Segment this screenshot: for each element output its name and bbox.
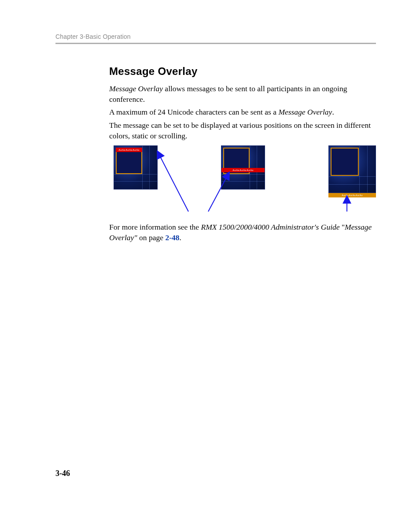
p2-b: . — [332, 108, 334, 116]
p4-italic1: RMX 1500/2000/4000 Administrator's Guide — [201, 223, 340, 231]
p1-lead: Message Overlay — [109, 84, 163, 93]
paragraph-2: A maximum of 24 Unicode characters can b… — [109, 107, 376, 118]
p4-d: . — [179, 233, 181, 242]
overlay-bar-bottom: AaAaAaAaAaAa — [328, 193, 376, 197]
p4-c: on page — [137, 233, 166, 242]
p4-a: For more information see the — [109, 223, 201, 231]
header-rule — [55, 43, 376, 44]
chapter-header: Chapter 3-Basic Operation — [55, 33, 376, 40]
overlay-thumb-middle: AaAaAaAaAaAa — [221, 145, 265, 189]
p2-a: A maximum of 24 Unicode characters can b… — [109, 108, 278, 116]
xref-link[interactable]: 2-48 — [165, 233, 179, 242]
svg-line-0 — [158, 152, 188, 212]
paragraph-1: Message Overlay allows messages to be se… — [109, 84, 376, 104]
paragraph-3: The message can be set to be displayed a… — [109, 120, 376, 141]
overlay-bar-top: AaAaAaAaAaAa — [116, 148, 142, 152]
paragraph-4: For more information see the RMX 1500/20… — [109, 222, 376, 243]
overlay-thumb-bottom — [328, 145, 376, 193]
section-title: Message Overlay — [109, 65, 376, 78]
content-block: Message Overlay Message Overlay allows m… — [109, 65, 376, 243]
overlay-thumb-top: AaAaAaAaAaAa — [114, 145, 158, 189]
p4-b: " — [340, 223, 345, 231]
figure-row: AaAaAaAaAaAa AaAaAaAaAaAa — [109, 145, 376, 216]
page-number: 3-46 — [55, 469, 70, 478]
overlay-bar-middle: AaAaAaAaAaAa — [221, 168, 265, 172]
p2-italic: Message Overlay — [278, 108, 332, 116]
